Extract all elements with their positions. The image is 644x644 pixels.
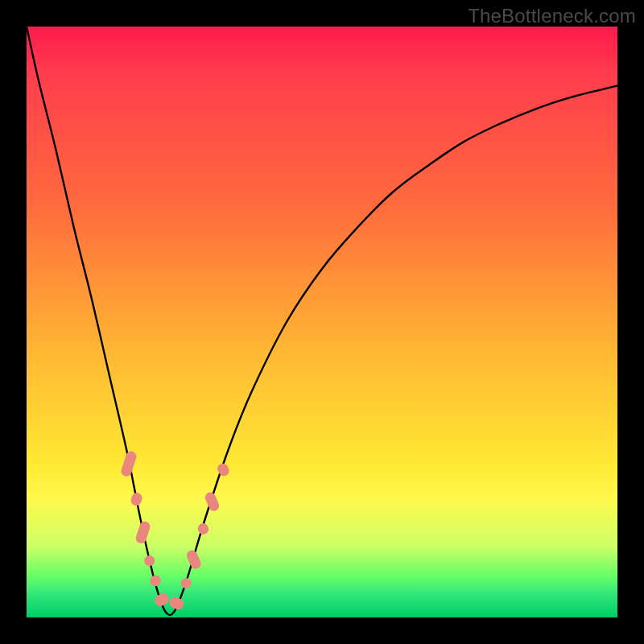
bead-marker (216, 461, 231, 477)
plot-area (27, 27, 617, 617)
curve-layer (27, 27, 617, 617)
chart-frame: TheBottleneck.com (0, 0, 644, 644)
bead-marker (185, 548, 203, 570)
bead-marker (134, 520, 151, 545)
watermark-text: TheBottleneck.com (468, 5, 636, 27)
bead-marker (142, 554, 155, 567)
bead-marker (148, 573, 163, 588)
bead-marker (204, 491, 221, 513)
bead-marker (153, 592, 171, 608)
bead-marker (167, 595, 185, 611)
bead-marker (130, 492, 143, 507)
bead-markers (120, 450, 231, 612)
bead-marker (179, 576, 192, 590)
bead-marker (196, 522, 210, 536)
bead-marker (120, 450, 138, 477)
bottleneck-curve (27, 27, 617, 615)
